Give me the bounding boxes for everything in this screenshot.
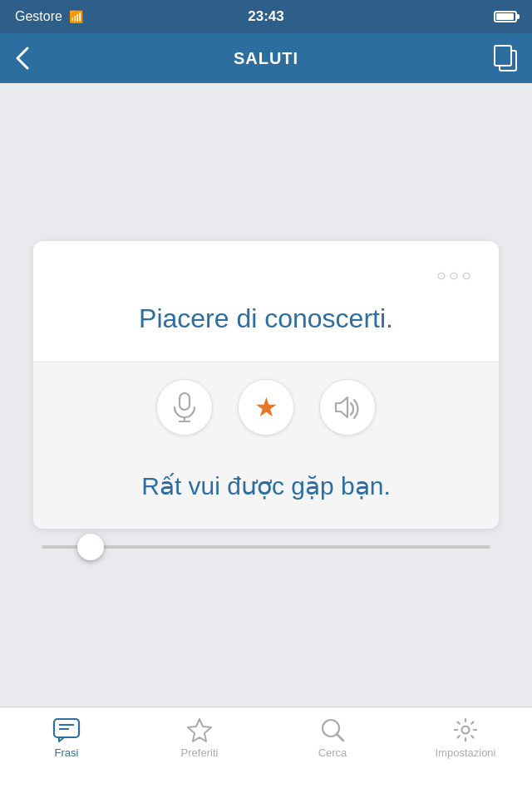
tab-cerca-label: Cerca	[318, 746, 347, 759]
tab-frasi-label: Frasi	[55, 746, 79, 759]
settings-icon	[453, 717, 478, 742]
back-button[interactable]	[15, 46, 48, 71]
search-icon	[320, 717, 345, 742]
phrase-source: Piacere di conoscerti.	[58, 293, 474, 362]
favorite-button[interactable]: ★	[238, 379, 294, 436]
phrase-card: ○○○ Piacere di conoscerti. ★	[33, 241, 499, 529]
slider-container	[33, 545, 499, 549]
card-bottom: Rất vui được gặp bạn.	[33, 452, 499, 529]
card-dots: ○○○	[436, 266, 474, 285]
svg-line-9	[337, 734, 343, 741]
phrase-target: Rất vui được gặp bạn.	[58, 469, 474, 504]
wifi-icon: 📶	[69, 10, 83, 23]
slider-thumb[interactable]	[77, 534, 104, 560]
tab-impostazioni[interactable]: Impostazioni	[399, 717, 532, 759]
star-icon: ★	[254, 392, 278, 423]
slider-track[interactable]	[42, 545, 490, 549]
carrier-label: Gestore	[15, 9, 62, 24]
battery-icon	[494, 11, 517, 22]
tab-bar: Frasi Preferiti Cerca Impostazioni	[0, 707, 532, 798]
status-left: Gestore 📶	[15, 9, 83, 24]
svg-point-10	[462, 727, 470, 734]
tab-preferiti[interactable]: Preferiti	[133, 717, 266, 759]
status-bar: Gestore 📶 23:43	[0, 0, 532, 33]
tab-cerca[interactable]: Cerca	[266, 717, 399, 759]
mic-button[interactable]	[156, 379, 213, 436]
tab-preferiti-label: Preferiti	[181, 746, 219, 759]
copy-icon	[494, 45, 517, 71]
mic-icon	[172, 392, 197, 422]
svg-marker-7	[188, 719, 211, 741]
card-actions: ★	[33, 362, 499, 452]
card-top: ○○○ Piacere di conoscerti.	[33, 241, 499, 362]
svg-rect-0	[180, 393, 190, 410]
page-title: SALUTI	[234, 49, 298, 68]
speaker-icon	[332, 395, 362, 420]
nav-bar: SALUTI	[0, 33, 532, 83]
chat-icon	[52, 717, 81, 742]
speaker-button[interactable]	[319, 379, 376, 436]
svg-marker-3	[336, 397, 347, 417]
star-tab-icon	[186, 717, 213, 742]
tab-impostazioni-label: Impostazioni	[436, 746, 496, 759]
status-time: 23:43	[248, 8, 283, 25]
copy-button[interactable]	[484, 45, 517, 71]
main-content: ○○○ Piacere di conoscerti. ★	[0, 83, 532, 707]
tab-frasi[interactable]: Frasi	[0, 717, 133, 759]
